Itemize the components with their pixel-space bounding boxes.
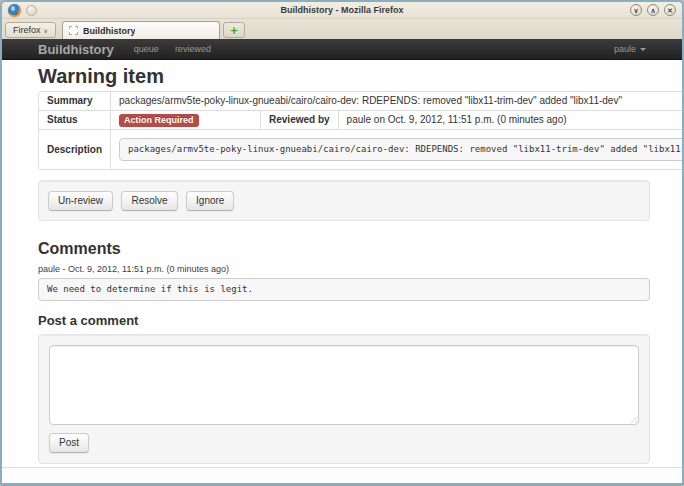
firefox-menu-label: Firefox (13, 25, 41, 35)
warning-details-table: Summary packages/armv5te-poky-linux-gnue… (38, 91, 682, 170)
browser-tab-buildhistory[interactable]: Buildhistory (62, 21, 220, 39)
browser-statusbar (2, 467, 682, 483)
close-icon: ✕ (667, 6, 673, 13)
titlebar-menu-button[interactable] (26, 5, 37, 16)
resolve-button[interactable]: Resolve (121, 191, 177, 211)
description-cell: packages/armv5te-poky-linux-gnueabi/cair… (110, 129, 682, 169)
status-label: Status (39, 110, 110, 129)
nav-link-reviewed[interactable]: reviewed (175, 44, 211, 54)
summary-value: packages/armv5te-poky-linux-gnueabi/cair… (110, 92, 682, 110)
page-content: Warning item Summary packages/armv5te-po… (2, 60, 682, 467)
status-value-cell: Action Required (110, 110, 260, 129)
tab-favicon-icon (69, 26, 78, 35)
window-titlebar: Buildhistory - Mozilla Firefox ∨ ∧ ✕ (2, 2, 682, 19)
nav-link-queue[interactable]: queue (134, 44, 159, 54)
user-menu-label: paule (614, 44, 636, 54)
comment-item: paule - Oct. 9, 2012, 11:51 p.m. (0 minu… (38, 264, 650, 301)
post-comment-panel: Post (38, 334, 650, 464)
window-title: Buildhistory - Mozilla Firefox (2, 2, 682, 19)
unreview-button[interactable]: Un-review (48, 191, 113, 211)
firefox-logo-icon (8, 4, 21, 17)
ignore-button[interactable]: Ignore (186, 191, 234, 211)
tab-title: Buildhistory (83, 26, 136, 36)
maximize-icon: ∧ (650, 6, 655, 13)
close-button[interactable]: ✕ (664, 4, 676, 16)
reviewed-by-label: Reviewed by (260, 110, 338, 129)
chevron-down-icon: ∨ (44, 27, 48, 34)
minimize-icon: ∨ (633, 6, 638, 13)
browser-window: Buildhistory - Mozilla Firefox ∨ ∧ ✕ Fir… (0, 0, 684, 486)
page-title: Warning item (38, 65, 650, 87)
status-badge: Action Required (119, 114, 199, 127)
action-buttons-panel: Un-review Resolve Ignore (38, 180, 650, 221)
new-tab-button[interactable]: + (223, 22, 245, 38)
description-label: Description (39, 129, 110, 169)
post-comment-heading: Post a comment (38, 314, 650, 328)
caret-down-icon (640, 48, 646, 51)
post-button[interactable]: Post (49, 433, 89, 453)
comment-meta: paule - Oct. 9, 2012, 11:51 p.m. (0 minu… (38, 264, 650, 274)
summary-label: Summary (39, 92, 110, 110)
description-row: Description packages/armv5te-poky-linux-… (39, 129, 682, 169)
description-code: packages/armv5te-poky-linux-gnueabi/cair… (119, 138, 682, 161)
maximize-button[interactable]: ∧ (647, 4, 659, 16)
firefox-menu-button[interactable]: Firefox ∨ (5, 22, 56, 38)
status-row: Status Action Required Reviewed by paule… (39, 110, 682, 129)
minimize-button[interactable]: ∨ (630, 4, 642, 16)
user-menu[interactable]: paule (614, 44, 646, 54)
comment-body: We need to determine if this is legit. (38, 278, 650, 301)
navbar-brand[interactable]: Buildhistory (38, 42, 114, 57)
reviewed-by-value: paule on Oct. 9, 2012, 11:51 p.m. (0 min… (338, 110, 682, 129)
summary-row: Summary packages/armv5te-poky-linux-gnue… (39, 92, 682, 110)
comments-heading: Comments (38, 240, 650, 258)
tab-strip: Firefox ∨ Buildhistory + (2, 19, 682, 39)
site-navbar: Buildhistory queue reviewed paule (2, 39, 682, 60)
plus-icon: + (230, 24, 238, 37)
comment-textarea[interactable] (49, 345, 639, 425)
